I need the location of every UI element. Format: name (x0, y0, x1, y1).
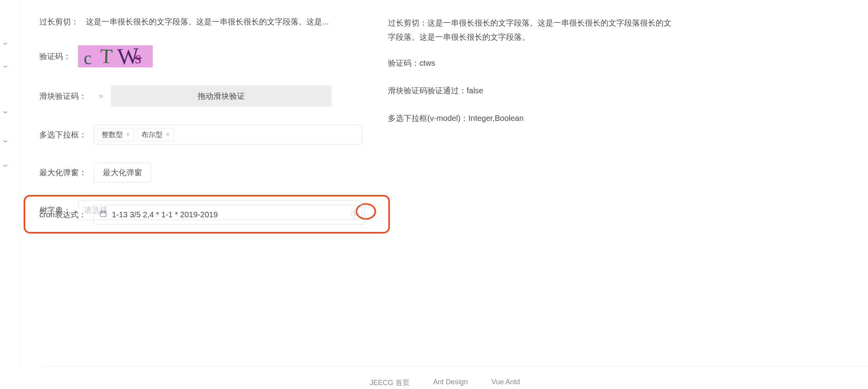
info-truncate: 过长剪切：这是一串很长很长的文字段落。这是一串很长很长的文字段落很长的文字段落。… (388, 16, 671, 44)
label-truncate: 过长剪切： (39, 17, 79, 27)
svg-rect-0 (100, 211, 106, 217)
close-icon[interactable]: × (166, 131, 169, 138)
slider-track[interactable]: 拖动滑块验证 (111, 85, 332, 107)
info-panel: 过长剪切：这是一串很长很长的文字段落。这是一串很长很长的文字段落很长的文字段落。… (388, 0, 868, 139)
close-icon[interactable]: × (126, 131, 130, 138)
info-multi-model: 多选下拉框(v-model)：Integer,Boolean (388, 111, 868, 125)
slider-track-label: 拖动滑块验证 (198, 91, 245, 102)
chevron-down-icon[interactable]: ⌵ (3, 63, 7, 69)
cron-input[interactable]: 1-13 3/5 2,4 * 1-1 * 2019-2019 × (93, 205, 365, 224)
info-captcha: 验证码：ctws (388, 56, 868, 70)
info-slider-pass: 滑块验证码验证通过：false (388, 83, 868, 98)
captcha-image[interactable]: c T W s (78, 45, 153, 67)
chevron-down-icon[interactable]: ⌵ (3, 162, 7, 168)
footer-link[interactable]: Ant Design (433, 378, 468, 388)
slider-handle-icon[interactable]: » (92, 91, 108, 101)
calendar-icon (99, 210, 107, 220)
tag-item: 整数型 × (97, 128, 134, 141)
tag-label: 整数型 (102, 130, 123, 139)
row-slider-captcha: 滑块验证码： » 拖动滑块验证 (39, 85, 362, 107)
divider (41, 366, 868, 366)
captcha-char: s (135, 48, 141, 67)
row-truncate: 过长剪切： 这是一串很长很长的文字段落。这是一串很长很长的文字段落。这是... (39, 17, 362, 27)
label-multi: 多选下拉框： (39, 130, 87, 140)
tag-item: 布尔型 × (137, 128, 174, 141)
row-max-dialog: 最大化弹窗： 最大化弹窗 (39, 163, 362, 182)
label-captcha: 验证码： (39, 51, 71, 62)
cron-value: 1-13 3/5 2,4 * 1-1 * 2019-2019 (112, 210, 218, 219)
captcha-char: c (83, 47, 93, 67)
label-max-dialog: 最大化弹窗： (39, 167, 87, 178)
row-multi-select: 多选下拉框： 整数型 × 布尔型 × (39, 125, 362, 144)
clear-icon[interactable]: × (351, 211, 359, 219)
footer-link[interactable]: Vue Antd (491, 378, 520, 388)
chevron-down-icon[interactable]: ⌵ (3, 108, 7, 114)
tag-label: 布尔型 (141, 130, 163, 139)
maximize-dialog-button[interactable]: 最大化弹窗 (94, 163, 151, 182)
row-cron: cron表达式： 1-13 3/5 2,4 * 1-1 * 2019-2019 … (39, 205, 374, 224)
value-truncate: 这是一串很长很长的文字段落。这是一串很长很长的文字段落。这是... (86, 17, 362, 27)
divider (19, 0, 20, 366)
label-cron: cron表达式： (39, 209, 86, 220)
footer-link[interactable]: JEECG 首页 (370, 378, 410, 388)
multi-select[interactable]: 整数型 × 布尔型 × (94, 125, 362, 144)
chevron-down-icon[interactable]: ⌵ (3, 40, 7, 46)
captcha-char: T (100, 45, 113, 67)
row-captcha: 验证码： c T W s (39, 45, 362, 67)
label-slider: 滑块验证码： (39, 91, 87, 102)
footer: JEECG 首页 Ant Design Vue Antd (22, 378, 868, 388)
chevron-down-icon[interactable]: ⌵ (3, 137, 7, 143)
